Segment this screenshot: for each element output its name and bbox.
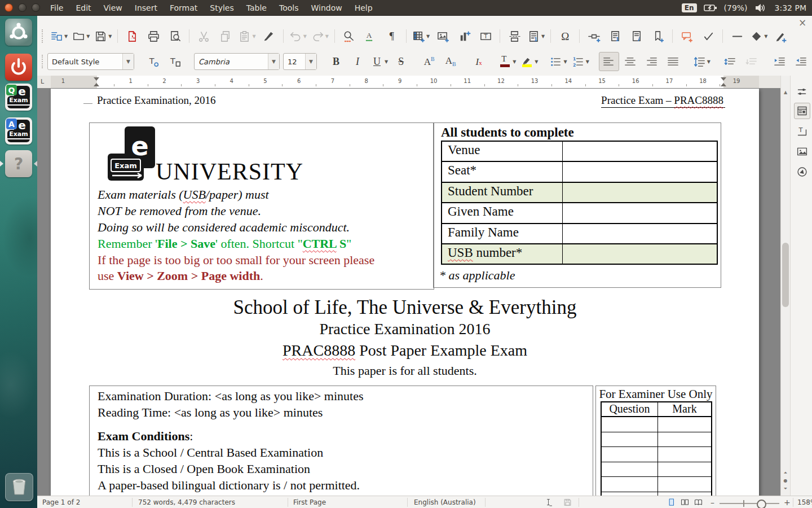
chevron-down-icon[interactable]: ▼ — [268, 54, 279, 69]
font-name-combobox[interactable]: Cambria▼ — [194, 53, 280, 70]
chevron-down-icon[interactable]: ▼ — [122, 54, 134, 69]
open-button[interactable]: ▼ — [70, 27, 91, 46]
vertical-scrollbar[interactable]: ▲ ⏶ ● ⏷ — [780, 76, 791, 496]
freeform-line-button[interactable] — [770, 27, 791, 46]
volume-icon[interactable] — [754, 3, 768, 13]
menu-edit[interactable]: Edit — [76, 3, 91, 12]
text-language[interactable]: English (Australia) — [414, 498, 476, 506]
launcher-item-exam-q[interactable]: eExamQ — [5, 84, 32, 111]
scrollbar-thumb[interactable] — [782, 243, 789, 307]
students-row-value[interactable] — [563, 142, 717, 161]
launcher-item-help[interactable]: ? — [5, 150, 32, 177]
clone-formatting-button[interactable] — [259, 27, 279, 46]
insert-comment-button[interactable] — [677, 27, 697, 46]
toolbar-grip[interactable] — [42, 55, 43, 68]
menu-insert[interactable]: Insert — [135, 3, 157, 12]
students-row-value[interactable] — [563, 244, 717, 264]
launcher-item-power[interactable] — [5, 54, 32, 81]
multi-page-view-icon[interactable] — [680, 498, 690, 507]
line-spacing-button[interactable]: ▼ — [691, 52, 712, 71]
left-indent-marker[interactable] — [94, 77, 99, 86]
page-style[interactable]: First Page — [293, 498, 326, 506]
next-page-icon[interactable]: ⏷ — [782, 485, 789, 492]
menu-file[interactable]: File — [50, 3, 63, 12]
chevron-down-icon[interactable]: ▼ — [305, 54, 316, 69]
underline-button[interactable]: U▼ — [369, 52, 390, 71]
right-indent-marker[interactable] — [721, 77, 726, 86]
examiner-question-cell[interactable] — [602, 447, 658, 462]
page-count[interactable]: Page 1 of 2 — [42, 498, 80, 506]
insert-endnote-button[interactable]: i — [626, 27, 647, 46]
increase-indent-button[interactable] — [770, 52, 790, 71]
examiner-mark-cell[interactable] — [658, 477, 711, 492]
menu-help[interactable]: Help — [355, 3, 373, 12]
menu-format[interactable]: Format — [170, 3, 197, 12]
menu-styles[interactable]: Styles — [210, 3, 233, 12]
launcher-item-ubuntu-dash[interactable] — [5, 19, 32, 46]
examiner-question-cell[interactable] — [602, 432, 658, 447]
examiner-question-cell[interactable] — [602, 477, 658, 492]
track-changes-button[interactable] — [698, 27, 718, 46]
bold-button[interactable]: B — [326, 52, 346, 71]
new-document-button[interactable]: ▼ — [48, 27, 69, 46]
insert-chart-button[interactable] — [454, 27, 474, 46]
menu-tools[interactable]: Tools — [279, 3, 299, 12]
formatting-marks-button[interactable]: ¶ — [382, 27, 402, 46]
launcher-item-trash[interactable] — [5, 473, 33, 501]
menu-view[interactable]: View — [104, 3, 122, 12]
sidebar-tab-sidebar-settings[interactable] — [794, 84, 810, 100]
undo-button[interactable]: ▼ — [288, 27, 308, 46]
align-left-button[interactable] — [599, 52, 619, 71]
insert-special-character-button[interactable]: Ω — [555, 27, 575, 46]
students-row-value[interactable] — [563, 162, 717, 181]
students-row-value[interactable] — [563, 183, 717, 202]
book-view-icon[interactable] — [694, 498, 703, 507]
battery-icon[interactable] — [704, 3, 717, 13]
word-count[interactable]: 752 words, 4,479 characters — [138, 498, 235, 506]
print-button[interactable] — [143, 27, 164, 46]
increase-paragraph-spacing-button[interactable] — [720, 52, 740, 71]
spelling-button[interactable]: A — [360, 27, 381, 46]
export-pdf-button[interactable] — [122, 27, 142, 46]
basic-shapes-button[interactable]: ▼ — [748, 27, 769, 46]
insert-page-break-button[interactable] — [504, 27, 524, 46]
highlight-color-button[interactable]: ▼ — [519, 52, 540, 71]
sidebar-tab-properties[interactable] — [794, 103, 810, 119]
insert-footnote-button[interactable]: 1 — [605, 27, 625, 46]
clear-formatting-button[interactable]: Ix — [469, 52, 489, 71]
subscript-button[interactable]: AB — [440, 52, 461, 71]
examiner-question-cell[interactable] — [602, 417, 658, 432]
examiner-mark-cell[interactable] — [658, 447, 711, 462]
sidebar-tab-navigator[interactable] — [794, 164, 810, 180]
insert-field-button[interactable]: 1▼ — [526, 27, 546, 46]
font-color-button[interactable]: T▼ — [497, 52, 518, 71]
zoom-level[interactable]: 158% — [797, 498, 812, 506]
redo-button[interactable]: ▼ — [310, 27, 330, 46]
zoom-out-button[interactable]: – — [710, 498, 714, 507]
new-style-button[interactable]: T — [165, 52, 185, 71]
align-right-button[interactable] — [642, 52, 662, 71]
zoom-in-button[interactable]: + — [784, 498, 791, 507]
window-minimize-button[interactable] — [18, 3, 27, 12]
menu-window[interactable]: Window — [311, 3, 342, 12]
examiner-mark-cell[interactable] — [658, 417, 711, 432]
insert-mode-icon[interactable] — [544, 498, 553, 507]
students-row-value[interactable] — [563, 203, 717, 222]
paragraph-style-combobox[interactable]: Default Style▼ — [47, 53, 134, 70]
insert-bookmark-button[interactable] — [648, 27, 668, 46]
students-row-value[interactable] — [563, 224, 717, 243]
align-center-button[interactable] — [620, 52, 641, 71]
insert-image-button[interactable] — [433, 27, 453, 46]
examiner-mark-cell[interactable] — [658, 462, 711, 477]
print-preview-button[interactable] — [165, 27, 185, 46]
tab-stop-selector[interactable]: L — [41, 78, 44, 85]
superscript-button[interactable]: AB — [419, 52, 439, 71]
close-document-button[interactable]: × — [797, 17, 807, 28]
examiner-question-cell[interactable] — [602, 462, 658, 477]
window-maximize-button[interactable] — [32, 3, 40, 12]
copy-button[interactable] — [215, 27, 235, 46]
align-justify-button[interactable] — [663, 52, 683, 71]
insert-textbox-button[interactable]: T — [475, 27, 496, 46]
numbered-list-button[interactable]: 12▼ — [570, 52, 591, 71]
cut-button[interactable] — [193, 27, 214, 46]
